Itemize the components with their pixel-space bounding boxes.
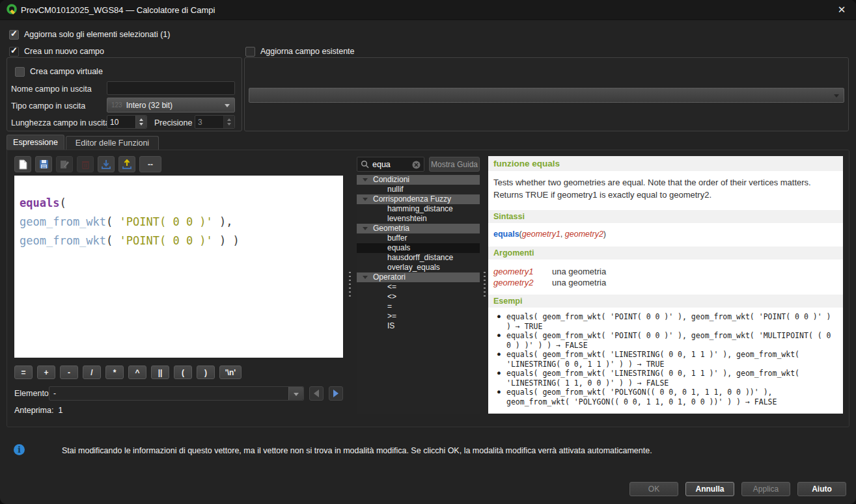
field-precision-spinner: 3 bbox=[195, 115, 235, 129]
cancel-button[interactable]: Annulla bbox=[685, 482, 734, 496]
operator-divide-button[interactable]: / bbox=[83, 365, 101, 379]
checkbox-box[interactable] bbox=[9, 47, 19, 57]
tree-item-buffer[interactable]: buffer bbox=[357, 233, 480, 243]
field-name-label: Nome campo in uscita bbox=[11, 85, 92, 94]
checkbox-box[interactable] bbox=[9, 30, 19, 40]
field-length-value: 10 bbox=[110, 118, 118, 127]
delete-expression-button bbox=[77, 156, 94, 172]
close-button[interactable]: ✕ bbox=[833, 1, 851, 18]
new-field-group: Crea campo virtuale Nome campo in uscita… bbox=[7, 57, 242, 131]
update-existing-group bbox=[244, 57, 849, 131]
tree-item-hausdorff-distance[interactable]: hausdorff_distance bbox=[357, 253, 480, 263]
arrow-right-icon bbox=[333, 390, 338, 397]
tree-item-neq[interactable]: <> bbox=[357, 292, 480, 302]
export-expression-button[interactable] bbox=[118, 156, 135, 172]
tree-group-corrispondenza-fuzzy[interactable]: Corrispondenza Fuzzy bbox=[357, 194, 480, 204]
tree-item-label: levenshtein bbox=[387, 214, 427, 223]
checkbox-label: Aggiorna campo esistente bbox=[260, 47, 355, 56]
code-function-name: equals bbox=[20, 196, 59, 209]
function-tree[interactable]: Condizioni nullif Corrispondenza Fuzzy h… bbox=[357, 175, 480, 414]
help-button[interactable]: Aiuto bbox=[797, 482, 846, 496]
expression-editor[interactable]: equals( geom_from_wkt( 'POINT( 0 0 )' ),… bbox=[14, 176, 343, 358]
operator-concat-button[interactable]: || bbox=[151, 365, 169, 379]
tree-item-overlay-equals[interactable]: overlay_equals bbox=[357, 263, 480, 272]
field-name-input[interactable] bbox=[107, 81, 235, 95]
checkbox-only-selected[interactable]: Aggiorna solo gli elementi selezionati (… bbox=[9, 29, 170, 40]
checkbox-box[interactable] bbox=[245, 47, 255, 57]
field-type-combo[interactable]: 123 Intero (32 bit) bbox=[107, 98, 235, 113]
tree-item-nullif[interactable]: nullif bbox=[357, 185, 480, 194]
example-item: equals( geom_from_wkt( 'POINT( 0 0 )' ),… bbox=[497, 312, 836, 331]
tree-group-operatori[interactable]: Operatori bbox=[357, 272, 480, 282]
feature-combo[interactable]: - bbox=[49, 386, 304, 401]
save-expression-button[interactable] bbox=[35, 156, 52, 172]
checkbox-create-new-field[interactable]: Crea un nuovo campo bbox=[9, 46, 104, 57]
preview-value: 1 bbox=[58, 406, 62, 415]
clear-search-icon[interactable] bbox=[412, 161, 421, 169]
operator-equals-button[interactable]: = bbox=[14, 365, 33, 379]
tree-group-label: Corrispondenza Fuzzy bbox=[373, 194, 451, 204]
operator-label: - bbox=[68, 368, 70, 377]
checkbox-virtual-field[interactable]: Crea campo virtuale bbox=[15, 66, 103, 77]
new-expression-button[interactable] bbox=[14, 156, 31, 172]
operator-multiply-button[interactable]: * bbox=[105, 365, 124, 379]
show-help-label: Mostra Guida bbox=[431, 160, 478, 169]
splitter-handle-right[interactable] bbox=[484, 272, 486, 297]
example-item: equals( geom_from_wkt( 'POINT( 0 0 )' ),… bbox=[497, 331, 836, 350]
import-expression-button[interactable] bbox=[98, 156, 115, 172]
example-item: equals( geom_from_wkt( 'POLYGON(( 0 0, 0… bbox=[497, 388, 836, 406]
tab-editor-funzioni[interactable]: Editor delle Funzioni bbox=[66, 136, 159, 150]
tree-item-lte[interactable]: <= bbox=[357, 282, 480, 292]
tree-item-eq[interactable]: = bbox=[357, 302, 480, 312]
titlebar: ProvCM01012025_WGS84 — Calcolatore di Ca… bbox=[0, 0, 856, 20]
chevron-down-icon[interactable] bbox=[288, 387, 303, 400]
help-syntax: equals(geometry1, geometry2) bbox=[488, 223, 843, 240]
operator-close-paren-button[interactable]: ) bbox=[197, 365, 215, 379]
checkbox-label: Crea un nuovo campo bbox=[24, 47, 104, 56]
syntax-paren: ) bbox=[603, 230, 606, 239]
help-examples: equals( geom_from_wkt( 'POINT( 0 0 )' ),… bbox=[488, 308, 843, 406]
tree-item-levenshtein[interactable]: levenshtein bbox=[357, 214, 480, 224]
separator-button[interactable]: -- bbox=[139, 156, 161, 172]
tree-item-hamming-distance[interactable]: hamming_distance bbox=[357, 204, 480, 214]
operator-label: ) bbox=[204, 368, 207, 377]
tree-item-gte[interactable]: >= bbox=[357, 312, 480, 321]
next-feature-button[interactable] bbox=[329, 386, 343, 401]
operator-newline-button[interactable]: '\n' bbox=[219, 365, 242, 379]
field-precision-label: Precisione bbox=[154, 118, 192, 127]
search-icon bbox=[361, 160, 369, 168]
checkbox-label: Crea campo virtuale bbox=[30, 67, 103, 76]
chevron-down-icon bbox=[225, 104, 230, 107]
function-search-input[interactable]: equa bbox=[357, 157, 424, 172]
argument-desc: una geometria bbox=[552, 266, 606, 277]
operator-power-button[interactable]: ^ bbox=[128, 365, 146, 379]
preview-label: Anteprima: bbox=[14, 406, 53, 415]
tree-group-label: Operatori bbox=[373, 272, 406, 282]
operator-plus-button[interactable]: + bbox=[37, 365, 55, 379]
edit-mode-warning: Stai modificando le informazioni di ques… bbox=[62, 446, 652, 455]
splitter-handle-left[interactable] bbox=[349, 272, 351, 297]
code-string: 'POINT( 0 0 )' bbox=[120, 234, 213, 247]
qgis-app-icon bbox=[6, 3, 18, 16]
operator-label: ^ bbox=[135, 368, 139, 377]
tree-item-equals[interactable]: equals bbox=[357, 243, 480, 253]
tree-item-is[interactable]: IS bbox=[357, 321, 480, 331]
save-icon bbox=[39, 159, 49, 169]
spinner-arrows[interactable] bbox=[135, 116, 146, 128]
checkbox-update-existing-field[interactable]: Aggiorna campo esistente bbox=[245, 46, 355, 57]
arrow-left-icon bbox=[314, 390, 319, 397]
operator-open-paren-button[interactable]: ( bbox=[174, 365, 192, 379]
checkbox-box[interactable] bbox=[15, 67, 25, 77]
tree-group-condizioni[interactable]: Condizioni bbox=[357, 175, 480, 185]
info-icon: i bbox=[14, 444, 25, 455]
tab-espressione[interactable]: Espressione bbox=[7, 135, 64, 150]
tree-item-label: hausdorff_distance bbox=[387, 253, 453, 262]
existing-field-combo bbox=[249, 88, 844, 103]
apply-button: Applica bbox=[741, 482, 790, 496]
field-length-spinner[interactable]: 10 bbox=[107, 115, 147, 129]
tree-group-geometria[interactable]: Geometria bbox=[357, 224, 480, 233]
close-icon: ✕ bbox=[838, 4, 846, 16]
code-paren: ( bbox=[59, 196, 66, 209]
tree-item-label: equals bbox=[387, 243, 410, 252]
operator-minus-button[interactable]: - bbox=[60, 365, 78, 379]
